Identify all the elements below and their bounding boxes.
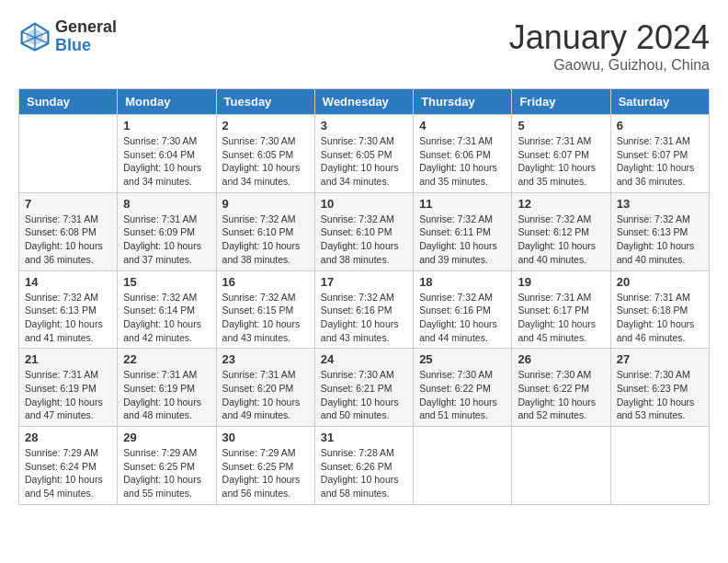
day-info: Sunrise: 7:30 AM Sunset: 6:04 PM Dayligh… <box>123 134 210 189</box>
calendar-day-cell <box>19 115 118 193</box>
calendar-week-row: 14Sunrise: 7:32 AM Sunset: 6:13 PM Dayli… <box>19 270 710 349</box>
calendar-day-cell: 13Sunrise: 7:32 AM Sunset: 6:13 PM Dayli… <box>610 192 709 270</box>
day-info: Sunrise: 7:32 AM Sunset: 6:12 PM Dayligh… <box>518 213 604 267</box>
day-info: Sunrise: 7:32 AM Sunset: 6:16 PM Dayligh… <box>419 291 506 345</box>
day-info: Sunrise: 7:32 AM Sunset: 6:13 PM Dayligh… <box>617 213 703 267</box>
calendar-week-row: 7Sunrise: 7:31 AM Sunset: 6:08 PM Daylig… <box>19 192 710 270</box>
day-number: 27 <box>617 352 703 366</box>
calendar-day-cell: 30Sunrise: 7:29 AM Sunset: 6:25 PM Dayli… <box>216 427 314 505</box>
day-info: Sunrise: 7:29 AM Sunset: 6:24 PM Dayligh… <box>25 446 111 500</box>
calendar-day-cell <box>512 427 610 505</box>
day-of-week-header: Wednesday <box>314 89 413 115</box>
day-number: 15 <box>123 275 210 289</box>
calendar-day-cell <box>414 427 512 505</box>
calendar-day-cell: 10Sunrise: 7:32 AM Sunset: 6:10 PM Dayli… <box>314 192 413 270</box>
calendar-day-cell: 14Sunrise: 7:32 AM Sunset: 6:13 PM Dayli… <box>19 270 118 349</box>
day-number: 6 <box>617 119 703 132</box>
day-number: 9 <box>222 197 309 211</box>
calendar-day-cell: 26Sunrise: 7:30 AM Sunset: 6:22 PM Dayli… <box>512 349 610 427</box>
calendar: SundayMondayTuesdayWednesdayThursdayFrid… <box>18 88 710 505</box>
day-number: 12 <box>518 197 604 211</box>
calendar-day-cell: 20Sunrise: 7:31 AM Sunset: 6:18 PM Dayli… <box>610 270 709 349</box>
day-number: 30 <box>222 431 309 444</box>
day-info: Sunrise: 7:31 AM Sunset: 6:18 PM Dayligh… <box>617 291 703 345</box>
calendar-day-cell: 24Sunrise: 7:30 AM Sunset: 6:21 PM Dayli… <box>314 349 413 427</box>
day-info: Sunrise: 7:31 AM Sunset: 6:07 PM Dayligh… <box>518 134 604 189</box>
calendar-week-row: 28Sunrise: 7:29 AM Sunset: 6:24 PM Dayli… <box>19 427 710 505</box>
day-number: 24 <box>321 352 407 366</box>
day-info: Sunrise: 7:32 AM Sunset: 6:11 PM Dayligh… <box>419 213 506 267</box>
day-number: 2 <box>222 119 309 132</box>
logo-blue-text: Blue <box>55 37 117 55</box>
logo-text: General Blue <box>55 18 117 55</box>
calendar-day-cell: 4Sunrise: 7:31 AM Sunset: 6:06 PM Daylig… <box>414 115 512 193</box>
calendar-day-cell: 7Sunrise: 7:31 AM Sunset: 6:08 PM Daylig… <box>19 192 118 270</box>
day-info: Sunrise: 7:31 AM Sunset: 6:08 PM Dayligh… <box>25 213 111 267</box>
calendar-day-cell: 12Sunrise: 7:32 AM Sunset: 6:12 PM Dayli… <box>512 192 610 270</box>
calendar-day-cell: 22Sunrise: 7:31 AM Sunset: 6:19 PM Dayli… <box>118 349 216 427</box>
day-number: 7 <box>25 197 111 211</box>
calendar-day-cell: 23Sunrise: 7:31 AM Sunset: 6:20 PM Dayli… <box>216 349 314 427</box>
title-block: January 2024 Gaowu, Guizhou, China <box>509 18 710 74</box>
calendar-day-cell: 3Sunrise: 7:30 AM Sunset: 6:05 PM Daylig… <box>314 115 413 193</box>
calendar-day-cell: 11Sunrise: 7:32 AM Sunset: 6:11 PM Dayli… <box>414 192 512 270</box>
day-of-week-header: Friday <box>512 89 610 115</box>
day-number: 20 <box>617 275 703 289</box>
day-number: 17 <box>321 275 407 289</box>
day-info: Sunrise: 7:29 AM Sunset: 6:25 PM Dayligh… <box>222 446 309 500</box>
day-info: Sunrise: 7:32 AM Sunset: 6:13 PM Dayligh… <box>25 291 111 345</box>
day-info: Sunrise: 7:31 AM Sunset: 6:06 PM Dayligh… <box>419 134 506 189</box>
day-number: 13 <box>617 197 703 211</box>
day-of-week-header: Thursday <box>414 89 512 115</box>
day-number: 25 <box>419 352 506 366</box>
calendar-day-cell: 15Sunrise: 7:32 AM Sunset: 6:14 PM Dayli… <box>118 270 216 349</box>
day-info: Sunrise: 7:32 AM Sunset: 6:14 PM Dayligh… <box>123 291 210 345</box>
calendar-day-cell: 8Sunrise: 7:31 AM Sunset: 6:09 PM Daylig… <box>118 192 216 270</box>
calendar-header-row: SundayMondayTuesdayWednesdayThursdayFrid… <box>19 89 710 115</box>
day-of-week-header: Tuesday <box>216 89 314 115</box>
day-info: Sunrise: 7:29 AM Sunset: 6:25 PM Dayligh… <box>123 446 210 500</box>
day-number: 23 <box>222 352 309 366</box>
day-of-week-header: Sunday <box>19 89 118 115</box>
day-info: Sunrise: 7:30 AM Sunset: 6:05 PM Dayligh… <box>321 134 407 189</box>
month-title: January 2024 <box>509 18 710 57</box>
calendar-day-cell: 27Sunrise: 7:30 AM Sunset: 6:23 PM Dayli… <box>610 349 709 427</box>
day-number: 29 <box>123 431 210 444</box>
day-number: 5 <box>518 119 604 132</box>
day-number: 11 <box>419 197 506 211</box>
day-of-week-header: Saturday <box>610 89 709 115</box>
page-header: General Blue January 2024 Gaowu, Guizhou… <box>18 18 710 74</box>
calendar-day-cell: 28Sunrise: 7:29 AM Sunset: 6:24 PM Dayli… <box>19 427 118 505</box>
day-number: 31 <box>321 431 407 444</box>
calendar-week-row: 21Sunrise: 7:31 AM Sunset: 6:19 PM Dayli… <box>19 349 710 427</box>
calendar-day-cell <box>610 427 709 505</box>
logo-general-text: General <box>55 18 117 37</box>
day-info: Sunrise: 7:31 AM Sunset: 6:09 PM Dayligh… <box>123 213 210 267</box>
day-number: 18 <box>419 275 506 289</box>
day-number: 3 <box>321 119 407 132</box>
day-of-week-header: Monday <box>118 89 216 115</box>
day-info: Sunrise: 7:30 AM Sunset: 6:22 PM Dayligh… <box>419 368 506 422</box>
calendar-day-cell: 16Sunrise: 7:32 AM Sunset: 6:15 PM Dayli… <box>216 270 314 349</box>
calendar-day-cell: 19Sunrise: 7:31 AM Sunset: 6:17 PM Dayli… <box>512 270 610 349</box>
calendar-day-cell: 9Sunrise: 7:32 AM Sunset: 6:10 PM Daylig… <box>216 192 314 270</box>
day-info: Sunrise: 7:32 AM Sunset: 6:10 PM Dayligh… <box>321 213 407 267</box>
day-info: Sunrise: 7:30 AM Sunset: 6:21 PM Dayligh… <box>321 368 407 422</box>
day-number: 4 <box>419 119 506 132</box>
day-info: Sunrise: 7:31 AM Sunset: 6:17 PM Dayligh… <box>518 291 604 345</box>
logo: General Blue <box>18 18 117 55</box>
day-info: Sunrise: 7:30 AM Sunset: 6:22 PM Dayligh… <box>518 368 604 422</box>
day-number: 16 <box>222 275 309 289</box>
day-number: 26 <box>518 352 604 366</box>
day-info: Sunrise: 7:32 AM Sunset: 6:16 PM Dayligh… <box>321 291 407 345</box>
day-info: Sunrise: 7:31 AM Sunset: 6:19 PM Dayligh… <box>123 368 210 422</box>
calendar-day-cell: 6Sunrise: 7:31 AM Sunset: 6:07 PM Daylig… <box>610 115 709 193</box>
day-number: 19 <box>518 275 604 289</box>
calendar-day-cell: 1Sunrise: 7:30 AM Sunset: 6:04 PM Daylig… <box>118 115 216 193</box>
calendar-day-cell: 21Sunrise: 7:31 AM Sunset: 6:19 PM Dayli… <box>19 349 118 427</box>
calendar-day-cell: 18Sunrise: 7:32 AM Sunset: 6:16 PM Dayli… <box>414 270 512 349</box>
day-number: 14 <box>25 275 111 289</box>
calendar-week-row: 1Sunrise: 7:30 AM Sunset: 6:04 PM Daylig… <box>19 115 710 193</box>
day-number: 22 <box>123 352 210 366</box>
location: Gaowu, Guizhou, China <box>509 57 710 74</box>
